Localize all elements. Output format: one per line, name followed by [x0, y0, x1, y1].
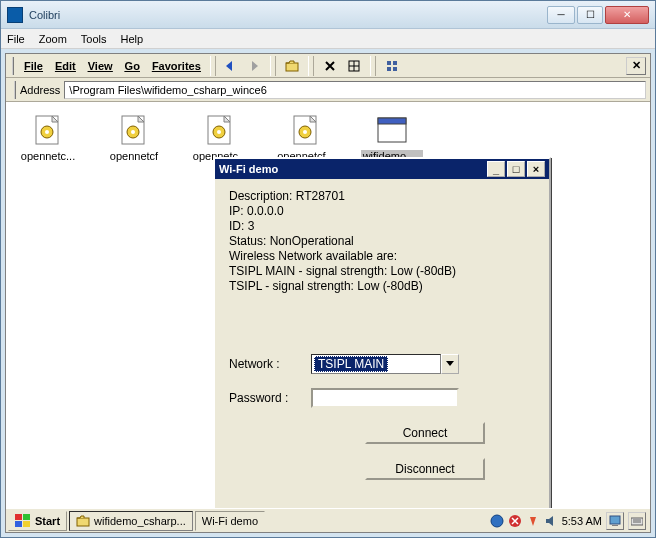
tray-network-error-icon[interactable]	[508, 514, 522, 528]
taskbar-item-wifi[interactable]: Wi-Fi demo	[195, 511, 265, 531]
file-item-exe[interactable]: wifidemo_...	[360, 114, 424, 162]
tray-volume-icon[interactable]	[544, 514, 558, 528]
file-browser-content: opennetc... opennetcf opennetc... openne…	[6, 102, 650, 508]
wifi-network-entry: TSIPL MAIN - signal strength: Low (-80dB…	[229, 264, 535, 279]
password-label: Password :	[229, 391, 311, 405]
ce-close-button[interactable]: ✕	[626, 57, 646, 75]
tray-clock[interactable]: 5:53 AM	[562, 515, 602, 527]
menu-zoom[interactable]: Zoom	[39, 33, 67, 45]
taskbar-item-label: Wi-Fi demo	[202, 515, 258, 527]
window-title: Colibri	[29, 9, 547, 21]
up-folder-button[interactable]	[281, 56, 303, 76]
desktop-icon	[609, 515, 621, 527]
file-label: opennetcf	[108, 150, 160, 162]
svg-rect-30	[612, 525, 618, 526]
network-select[interactable]: TSIPL MAIN	[311, 354, 441, 374]
password-input[interactable]	[311, 388, 459, 408]
toolbar-grip[interactable]	[8, 57, 14, 75]
svg-rect-4	[387, 61, 391, 65]
outer-menu: File Zoom Tools Help	[1, 29, 655, 49]
svg-rect-0	[286, 63, 298, 71]
show-desktop-button[interactable]	[606, 512, 624, 530]
ce-menu-favorites[interactable]: Favorites	[146, 58, 207, 74]
svg-rect-21	[378, 118, 406, 124]
vista-window: Colibri ─ ☐ ✕ File Zoom Tools Help File …	[0, 0, 656, 538]
svg-rect-6	[387, 67, 391, 71]
svg-rect-26	[77, 518, 89, 526]
svg-rect-25	[23, 521, 30, 527]
delete-button[interactable]	[319, 56, 341, 76]
file-item-dll[interactable]: opennetc...	[16, 114, 80, 162]
windows-flag-icon	[15, 514, 31, 528]
separator	[308, 56, 314, 76]
wifi-available-header: Wireless Network available are:	[229, 249, 535, 264]
wifi-info-block: Description: RT28701 IP: 0.0.0.0 ID: 3 S…	[229, 189, 535, 294]
tray-globe-icon[interactable]	[490, 514, 504, 528]
separator	[210, 56, 216, 76]
ce-menu-file[interactable]: File	[18, 58, 49, 74]
ce-menu-go[interactable]: Go	[119, 58, 146, 74]
svg-rect-23	[23, 514, 30, 520]
wifi-title-text: Wi-Fi demo	[219, 163, 485, 175]
file-item-dll[interactable]: opennetcf...	[274, 114, 338, 162]
window-app-icon	[376, 114, 408, 146]
menu-help[interactable]: Help	[121, 33, 144, 45]
gear-file-icon	[118, 114, 150, 146]
view-icons-button[interactable]	[381, 56, 403, 76]
file-item-dll[interactable]: opennetcf	[102, 114, 166, 162]
ce-menu-edit[interactable]: Edit	[49, 58, 82, 74]
svg-rect-7	[393, 67, 397, 71]
address-input[interactable]	[64, 81, 646, 99]
gear-file-icon	[290, 114, 322, 146]
menu-file[interactable]: File	[7, 33, 25, 45]
ce-menu-view[interactable]: View	[82, 58, 119, 74]
start-label: Start	[35, 515, 60, 527]
ce-menubar: File Edit View Go Favorites ✕	[6, 54, 650, 78]
back-button[interactable]	[219, 56, 241, 76]
svg-point-10	[45, 130, 49, 134]
maximize-button[interactable]: ☐	[577, 6, 603, 24]
svg-point-19	[303, 130, 307, 134]
gear-file-icon	[32, 114, 64, 146]
minimize-button[interactable]: ─	[547, 6, 575, 24]
dropdown-button[interactable]	[441, 354, 459, 374]
file-label: opennetc...	[19, 150, 77, 162]
system-tray: 5:53 AM	[490, 512, 648, 530]
svg-rect-29	[610, 516, 620, 524]
close-button[interactable]: ✕	[605, 6, 649, 24]
wifi-id: ID: 3	[229, 219, 535, 234]
svg-point-16	[217, 130, 221, 134]
properties-button[interactable]	[343, 56, 365, 76]
wifi-description: Description: RT28701	[229, 189, 535, 204]
password-row: Password :	[229, 388, 535, 408]
wifi-status: Status: NonOperational	[229, 234, 535, 249]
tray-wireless-icon[interactable]	[526, 514, 540, 528]
network-row: Network : TSIPL MAIN	[229, 354, 535, 374]
start-button[interactable]: Start	[8, 511, 67, 531]
folder-icon	[76, 514, 90, 528]
wifi-ip: IP: 0.0.0.0	[229, 204, 535, 219]
svg-rect-24	[15, 521, 22, 527]
svg-point-27	[491, 515, 503, 527]
wifi-network-entry: TSIPL - signal strength: Low (-80dB)	[229, 279, 535, 294]
taskbar: Start wifidemo_csharp... Wi-Fi demo 5:53…	[6, 508, 650, 532]
forward-button[interactable]	[243, 56, 265, 76]
address-label: Address	[20, 84, 60, 96]
svg-rect-5	[393, 61, 397, 65]
wifi-close-button[interactable]: ×	[527, 161, 545, 177]
network-label: Network :	[229, 357, 311, 371]
keyboard-button[interactable]	[628, 512, 646, 530]
disconnect-button[interactable]: Disconnect	[365, 458, 485, 480]
keyboard-icon	[631, 515, 643, 527]
connect-button[interactable]: Connect	[365, 422, 485, 444]
taskbar-item-folder[interactable]: wifidemo_csharp...	[69, 511, 193, 531]
gear-file-icon	[204, 114, 236, 146]
menu-tools[interactable]: Tools	[81, 33, 107, 45]
wifi-minimize-button[interactable]: _	[487, 161, 505, 177]
svg-rect-22	[15, 514, 22, 520]
wifi-maximize-button[interactable]: □	[507, 161, 525, 177]
file-item-dll[interactable]: opennetc...	[188, 114, 252, 162]
address-grip[interactable]	[10, 81, 16, 99]
vista-titlebar[interactable]: Colibri ─ ☐ ✕	[1, 1, 655, 29]
wifi-titlebar[interactable]: Wi-Fi demo _ □ ×	[215, 159, 549, 179]
